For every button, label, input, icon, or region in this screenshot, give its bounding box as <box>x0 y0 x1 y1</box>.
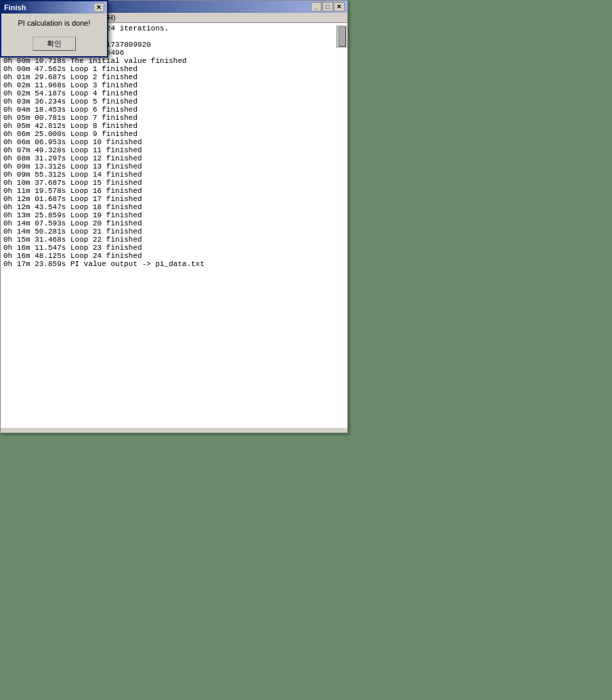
superpi-line-19: 0h 10m 37.687s Loop 15 finished <box>3 179 345 187</box>
finish-title-text: Finish <box>4 3 26 12</box>
superpi-line-21: 0h 12m 01.687s Loop 17 finished <box>3 195 345 203</box>
finish-close-btn[interactable]: ✕ <box>93 3 104 12</box>
superpi-line-4: 0h 00m 10.718s The initial value finishe… <box>3 57 345 65</box>
superpi-line-12: 0h 05m 42.812s Loop 8 finished <box>3 122 345 130</box>
superpi-line-8: 0h 02m 54.187s Loop 4 finished <box>3 89 345 97</box>
superpi-line-5: 0h 00m 47.562s Loop 1 finished <box>3 65 345 73</box>
superpi-window: π Super PI / mod1.5 XS _ □ ✕ Calculate(C… <box>0 0 348 433</box>
superpi-line-13: 0h 06m 25.000s Loop 9 finished <box>3 130 345 138</box>
superpi-line-14: 0h 06m 06.953s Loop 10 finished <box>3 138 345 146</box>
superpi-line-18: 0h 09m 55.312s Loop 14 finished <box>3 171 345 179</box>
superpi-line-11: 0h 05m 00.781s Loop 7 finished <box>3 114 345 122</box>
superpi-line-15: 0h 07m 49.328s Loop 11 finished <box>3 146 345 154</box>
superpi-close-btn[interactable]: ✕ <box>334 2 345 12</box>
finish-dialog: Finish ✕ PI calculation is done! 확인 <box>0 0 108 58</box>
superpi-scrollbar[interactable] <box>336 25 347 48</box>
superpi-line-29: 0h 17m 23.859s PI value output -> pi_dat… <box>3 260 345 268</box>
scroll-thumb[interactable] <box>338 26 346 47</box>
finish-message: PI calculation is done! <box>9 19 99 27</box>
superpi-line-22: 0h 12m 43.547s Loop 18 finished <box>3 203 345 211</box>
finish-ok-button[interactable]: 확인 <box>32 37 76 51</box>
superpi-line-16: 0h 08m 31.297s Loop 12 finished <box>3 154 345 162</box>
superpi-line-23: 0h 13m 25.859s Loop 19 finished <box>3 211 345 219</box>
superpi-line-26: 0h 15m 31.468s Loop 22 finished <box>3 236 345 244</box>
superpi-line-7: 0h 02m 11.968s Loop 3 finished <box>3 81 345 89</box>
superpi-line-27: 0h 16m 11.547s Loop 23 finished <box>3 244 345 252</box>
finish-titlebar[interactable]: Finish ✕ <box>1 1 107 14</box>
superpi-maximize-btn[interactable]: □ <box>322 2 333 12</box>
superpi-content: 32M Calculation Start. 24 iterations. Re… <box>1 23 347 428</box>
superpi-minimize-btn[interactable]: _ <box>311 2 322 12</box>
superpi-line-6: 0h 01m 29.687s Loop 2 finished <box>3 73 345 81</box>
superpi-line-28: 0h 16m 48.125s Loop 24 finished <box>3 252 345 260</box>
superpi-line-24: 0h 14m 07.593s Loop 20 finished <box>3 219 345 227</box>
superpi-line-10: 0h 04m 18.453s Loop 6 finished <box>3 106 345 114</box>
superpi-line-17: 0h 09m 13.312s Loop 13 finished <box>3 162 345 171</box>
superpi-line-25: 0h 14m 50.281s Loop 21 finished <box>3 227 345 236</box>
finish-body: PI calculation is done! 확인 <box>1 14 107 56</box>
superpi-line-20: 0h 11m 19.578s Loop 16 finished <box>3 187 345 195</box>
superpi-line-9: 0h 03m 36.234s Loop 5 finished <box>3 97 345 106</box>
